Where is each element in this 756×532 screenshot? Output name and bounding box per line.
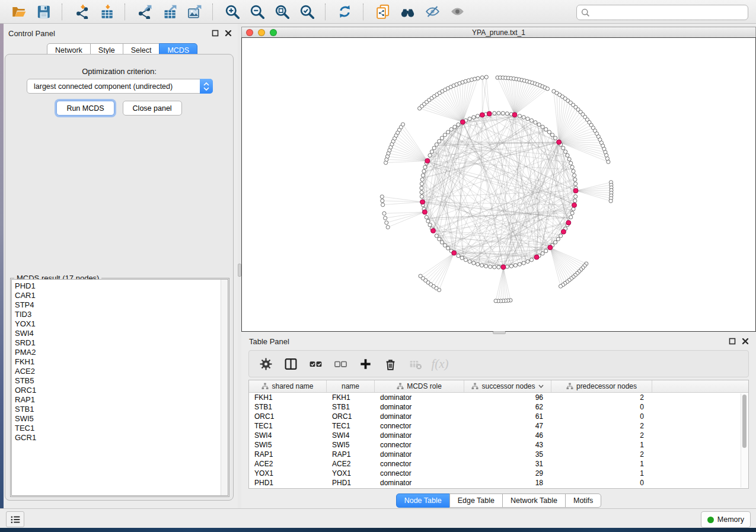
network-node[interactable] (537, 123, 541, 126)
network-node[interactable] (556, 238, 560, 241)
mcds-hub-node[interactable] (561, 229, 566, 234)
network-node[interactable] (554, 241, 557, 244)
search-box[interactable] (576, 5, 748, 20)
network-node[interactable] (430, 150, 433, 153)
network-node[interactable] (421, 174, 425, 177)
mcds-hub-node[interactable] (425, 159, 430, 164)
mcds-hub-node[interactable] (501, 265, 506, 270)
table-row-ACE2[interactable]: ACE2ACE2connector311 (249, 459, 748, 469)
table-row-SWI5[interactable]: SWI5SWI5connector431 (249, 440, 748, 450)
export-image-icon[interactable] (185, 3, 203, 21)
network-node[interactable] (569, 161, 573, 165)
network-node[interactable] (423, 165, 427, 169)
mcds-result-item[interactable]: PHD1 (15, 281, 221, 291)
network-node[interactable] (472, 116, 476, 119)
run-mcds-button[interactable]: Run MCDS (56, 101, 114, 116)
network-node[interactable] (551, 133, 554, 137)
table-row-RAP1[interactable]: RAP1RAP1dominator352 (249, 450, 748, 459)
network-node[interactable] (534, 121, 537, 124)
mcds-hub-node[interactable] (487, 111, 492, 116)
network-node[interactable] (401, 123, 404, 126)
mcds-result-item[interactable]: STB1 (15, 405, 221, 414)
tab-edge-table[interactable]: Edge Table (449, 493, 503, 508)
table-vertical-scrollbar[interactable] (741, 393, 748, 488)
mcds-result-item[interactable]: PMA2 (15, 348, 221, 357)
split-columns-icon[interactable] (281, 354, 300, 373)
mcds-hub-node[interactable] (548, 245, 553, 250)
network-node[interactable] (446, 246, 450, 250)
network-node[interactable] (566, 153, 569, 157)
network-node[interactable] (420, 186, 423, 190)
network-node[interactable] (518, 114, 521, 118)
network-node[interactable] (428, 153, 432, 157)
network-node[interactable] (493, 111, 496, 115)
network-node[interactable] (446, 130, 450, 134)
mcds-result-item[interactable]: CAR1 (15, 291, 221, 300)
close-table-panel-icon[interactable] (742, 338, 749, 345)
mcds-hub-node[interactable] (431, 229, 436, 233)
network-node[interactable] (573, 199, 577, 203)
mcds-result-item[interactable]: TID3 (15, 310, 221, 319)
network-node[interactable] (480, 76, 484, 79)
network-node[interactable] (501, 111, 505, 115)
mcds-result-item[interactable]: FKH1 (15, 357, 221, 367)
network-node[interactable] (420, 182, 423, 185)
network-node[interactable] (497, 111, 500, 115)
network-node[interactable] (476, 76, 480, 80)
mcds-result-item[interactable]: STB5 (15, 376, 221, 386)
mcds-hub-node[interactable] (460, 120, 465, 124)
float-table-panel-icon[interactable] (729, 338, 736, 345)
mcds-result-item[interactable]: ORC1 (15, 386, 221, 395)
table-row-ORC1[interactable]: ORC1ORC1dominator610 (249, 412, 748, 421)
network-node[interactable] (573, 174, 576, 177)
network-node[interactable] (425, 216, 428, 219)
network-node[interactable] (541, 125, 544, 129)
network-node[interactable] (526, 259, 529, 263)
network-node[interactable] (522, 116, 525, 119)
zoom-in-icon[interactable] (223, 3, 241, 21)
add-column-icon[interactable] (356, 354, 375, 373)
network-node[interactable] (380, 195, 384, 198)
network-node[interactable] (428, 223, 432, 227)
network-node[interactable] (559, 284, 562, 288)
network-node[interactable] (468, 117, 471, 121)
network-node[interactable] (489, 265, 492, 268)
network-node[interactable] (484, 264, 488, 268)
select-all-icon[interactable] (306, 354, 325, 373)
network-node[interactable] (426, 219, 430, 223)
network-node[interactable] (541, 252, 544, 255)
network-node[interactable] (385, 221, 388, 225)
network-node[interactable] (573, 178, 577, 181)
mcds-result-item[interactable]: SRD1 (15, 338, 221, 348)
column-header-name[interactable]: name (327, 380, 375, 392)
export-table-icon[interactable] (160, 3, 178, 21)
network-node[interactable] (547, 130, 551, 134)
import-table-icon[interactable] (97, 3, 115, 21)
network-node[interactable] (570, 211, 574, 215)
mcds-result-item[interactable]: SWI5 (15, 414, 221, 424)
network-node[interactable] (419, 274, 422, 278)
network-list-button[interactable] (6, 511, 24, 527)
tab-network-table[interactable]: Network Table (502, 493, 566, 508)
tab-node-table[interactable]: Node Table (396, 493, 450, 508)
column-header-shared-name[interactable]: shared name (249, 380, 327, 392)
close-panel-button[interactable]: Close panel (123, 101, 182, 116)
network-node[interactable] (544, 249, 548, 253)
mcds-list-scrollbar[interactable] (221, 280, 228, 495)
search-input[interactable] (592, 7, 748, 18)
save-session-icon[interactable] (34, 3, 52, 21)
table-row-SWI4[interactable]: SWI4SWI4dominator462 (249, 431, 748, 440)
network-node[interactable] (443, 243, 446, 247)
mcds-hub-node[interactable] (452, 251, 457, 255)
network-node[interactable] (422, 169, 426, 173)
network-node[interactable] (574, 195, 578, 198)
network-node[interactable] (494, 299, 497, 303)
mcds-result-item[interactable]: RAP1 (15, 395, 221, 405)
network-node[interactable] (384, 216, 387, 220)
network-node[interactable] (476, 262, 480, 266)
network-node[interactable] (505, 112, 509, 116)
network-node[interactable] (443, 133, 446, 137)
mcds-hub-node[interactable] (573, 188, 578, 193)
mcds-hub-node[interactable] (572, 203, 577, 207)
network-node[interactable] (559, 234, 563, 238)
